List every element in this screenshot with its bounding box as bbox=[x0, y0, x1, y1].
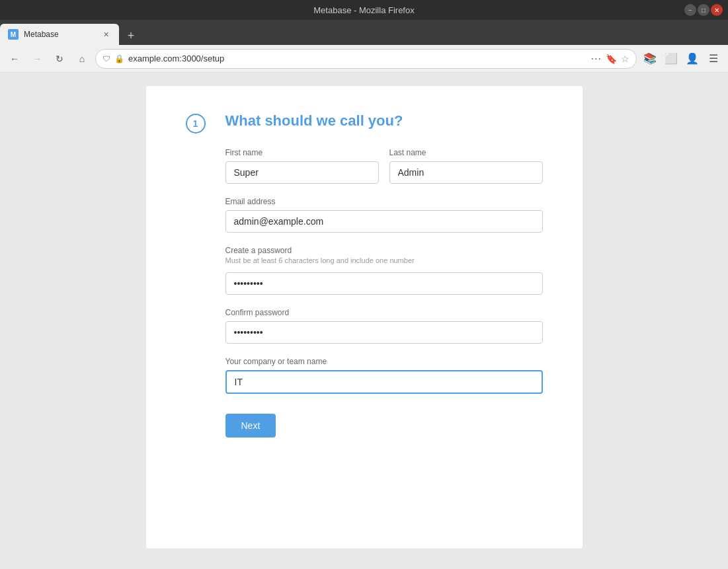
lock-icon: 🔒 bbox=[114, 54, 124, 63]
tab-close-button[interactable]: ✕ bbox=[101, 29, 111, 40]
last-name-label: Last name bbox=[389, 148, 543, 157]
email-label: Email address bbox=[225, 197, 543, 206]
address-bar-container: 🛡 🔒 ··· 🔖 ☆ bbox=[95, 49, 637, 69]
tab-bar: M Metabase ✕ + bbox=[0, 20, 728, 45]
forward-button[interactable]: → bbox=[28, 50, 46, 68]
star-icon: ☆ bbox=[621, 54, 629, 64]
setup-container: 1 What should we call you? First name La… bbox=[146, 86, 583, 549]
confirm-password-input[interactable] bbox=[225, 321, 543, 344]
menu-button[interactable]: ☰ bbox=[704, 50, 723, 68]
security-icon: 🛡 bbox=[102, 54, 110, 63]
nav-bar: ← → ↻ ⌂ 🛡 🔒 ··· 🔖 ☆ 📚 ⬜ 👤 ☰ bbox=[0, 45, 728, 73]
bookmark-icon: 🔖 bbox=[606, 54, 617, 64]
form-content: What should we call you? First name Last… bbox=[225, 112, 543, 522]
password-input[interactable] bbox=[225, 272, 543, 295]
window-title: Metabase - Mozilla Firefox bbox=[313, 5, 414, 15]
more-options-icon: ··· bbox=[591, 53, 602, 65]
minimize-button[interactable]: − bbox=[684, 4, 696, 16]
email-input[interactable] bbox=[225, 210, 543, 233]
title-bar: Metabase - Mozilla Firefox − □ ✕ bbox=[0, 0, 728, 20]
close-button[interactable]: ✕ bbox=[711, 4, 723, 16]
confirm-password-group: Confirm password bbox=[225, 308, 543, 344]
confirm-password-label: Confirm password bbox=[225, 308, 543, 317]
browser-content: 1 What should we call you? First name La… bbox=[0, 73, 728, 569]
back-button[interactable]: ← bbox=[5, 50, 24, 68]
reload-button[interactable]: ↻ bbox=[50, 50, 69, 68]
new-tab-button[interactable]: + bbox=[122, 26, 140, 45]
window-controls: − □ ✕ bbox=[684, 0, 723, 20]
first-name-group: First name bbox=[225, 148, 379, 184]
password-label: Create a password bbox=[225, 246, 543, 255]
right-nav-icons: 📚 ⬜ 👤 ☰ bbox=[641, 50, 723, 68]
form-title: What should we call you? bbox=[225, 112, 543, 130]
email-group: Email address bbox=[225, 197, 543, 233]
first-name-input[interactable] bbox=[225, 161, 379, 184]
address-bar[interactable] bbox=[128, 54, 587, 63]
next-button[interactable]: Next bbox=[225, 414, 276, 437]
company-input[interactable] bbox=[225, 370, 543, 394]
library-button[interactable]: 📚 bbox=[641, 50, 659, 68]
step-number: 1 bbox=[186, 114, 206, 133]
tabs-button[interactable]: ⬜ bbox=[662, 50, 680, 68]
password-group: Create a password Must be at least 6 cha… bbox=[225, 246, 543, 295]
tab-title: Metabase bbox=[24, 30, 95, 39]
password-hint: Must be at least 6 characters long and i… bbox=[225, 256, 543, 264]
company-label: Your company or team name bbox=[225, 357, 543, 366]
company-group: Your company or team name bbox=[225, 357, 543, 394]
active-tab[interactable]: M Metabase ✕ bbox=[0, 24, 119, 45]
account-button[interactable]: 👤 bbox=[683, 50, 702, 68]
home-button[interactable]: ⌂ bbox=[73, 50, 91, 68]
name-row: First name Last name bbox=[225, 148, 543, 184]
last-name-input[interactable] bbox=[389, 161, 543, 184]
tab-favicon: M bbox=[8, 29, 19, 40]
last-name-group: Last name bbox=[389, 148, 543, 184]
first-name-label: First name bbox=[225, 148, 379, 157]
maximize-button[interactable]: □ bbox=[698, 4, 709, 16]
